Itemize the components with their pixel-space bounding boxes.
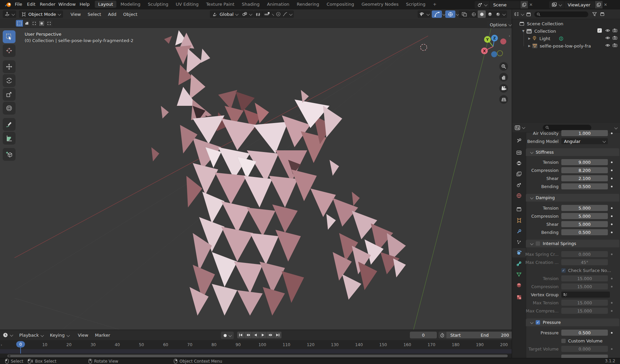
prop-max-tension[interactable]: Max Tension15.000 (526, 299, 620, 306)
menu-view[interactable]: View (67, 12, 84, 17)
internal-springs-checkbox[interactable] (536, 241, 540, 246)
prop-vertex-group[interactable]: Vertex Group (526, 291, 620, 298)
tab-render-properties[interactable] (512, 148, 526, 157)
prop-stiffness-compression[interactable]: Compression8.200 (526, 167, 620, 174)
jump-to-start-button[interactable] (237, 332, 245, 338)
prev-keyframe-button[interactable] (245, 332, 252, 338)
viewlayer-copy-button[interactable] (595, 1, 602, 8)
tool-annotate[interactable] (3, 118, 16, 131)
tab-view-layer-properties[interactable] (512, 169, 526, 179)
tool-add-cube[interactable] (3, 148, 16, 161)
properties-options-caret[interactable] (614, 126, 618, 129)
options-dropdown[interactable]: Options (487, 21, 512, 28)
prop-max-compression[interactable]: Max Compres...15.000 (526, 307, 620, 314)
toggle-orthographic-button[interactable] (499, 95, 508, 104)
prop-check-surface-normals[interactable]: ✓ Check Surface No... (526, 267, 620, 274)
tab-tool-properties[interactable] (512, 136, 526, 145)
proportional-editing-icon[interactable] (276, 12, 281, 17)
outliner-editor-type-button[interactable] (514, 12, 524, 17)
tool-rotate[interactable] (3, 74, 16, 87)
tab-modeling[interactable]: Modeling (117, 1, 144, 8)
tab-sculpting[interactable]: Sculpting (144, 1, 172, 8)
tab-constraint-properties[interactable] (512, 259, 526, 268)
tab-layout[interactable]: Layout (95, 1, 116, 8)
playhead-badge[interactable]: 0 (16, 341, 25, 347)
transform-orientation-dropdown[interactable]: Global (210, 10, 241, 18)
section-stiffness[interactable]: Stiffness (526, 148, 619, 156)
frame-end-field[interactable]: End200 (477, 332, 512, 338)
filter-icon[interactable] (592, 12, 597, 16)
gizmo-axis-x-neg[interactable] (500, 38, 506, 44)
disable-render-camera-icon[interactable] (613, 43, 617, 47)
playhead-line[interactable] (20, 347, 21, 354)
prop-target-volume[interactable]: Target Volume0.000 (526, 345, 620, 352)
tab-scripting[interactable]: Scripting (402, 1, 429, 8)
properties-editor-type-button[interactable] (515, 125, 525, 130)
menu-view-timeline[interactable]: View (75, 333, 92, 338)
tool-measure[interactable] (3, 132, 16, 145)
disable-render-camera-icon[interactable] (613, 36, 617, 40)
menu-marker[interactable]: Marker (92, 333, 114, 338)
pan-view-button[interactable] (499, 73, 508, 82)
custom-volume-checkbox[interactable] (561, 339, 566, 343)
tab-material-properties[interactable] (512, 280, 526, 290)
tab-scene-properties[interactable] (512, 180, 526, 189)
menu-playback[interactable]: Playback (16, 333, 47, 338)
tab-world-properties[interactable] (512, 191, 526, 200)
prop-max-creation-angle[interactable]: Max Creation ...45° (526, 259, 620, 266)
menu-keying[interactable]: Keying (47, 333, 73, 338)
next-keyframe-button[interactable] (267, 332, 274, 338)
prop-stiffness-tension[interactable]: Tension9.000 (526, 159, 620, 165)
tab-physics-properties[interactable] (512, 248, 526, 257)
scene-copy-button[interactable] (520, 1, 528, 8)
tab-object-properties[interactable] (512, 216, 526, 225)
timeline-editor-type-button[interactable] (3, 332, 12, 338)
add-workspace-button[interactable]: + (429, 1, 440, 8)
scrollbar-zoom-handle[interactable] (8, 355, 10, 357)
tab-uv-editing[interactable]: UV Editing (172, 1, 202, 8)
prop-max-spring-creation[interactable]: Max Spring Cr...0.000 (526, 251, 620, 257)
tool-cursor[interactable] (3, 44, 16, 57)
shading-wireframe-button[interactable] (470, 10, 478, 18)
play-button[interactable] (259, 332, 267, 338)
jump-to-end-button[interactable] (274, 332, 282, 338)
falloff-curve-icon[interactable] (283, 12, 287, 17)
collection-exclude-checkbox[interactable]: ✓ (597, 28, 602, 33)
tool-select-box[interactable] (3, 30, 16, 43)
tab-texture-paint[interactable]: Texture Paint (203, 1, 238, 8)
new-collection-button[interactable] (600, 12, 604, 16)
prop-internal-compression[interactable]: Compression15.000 (526, 283, 620, 290)
viewport-3d[interactable]: Object Mode View Select Add Object Globa… (0, 9, 512, 330)
prop-stiffness-bending[interactable]: Bending0.500 (526, 183, 620, 190)
viewport-canvas[interactable] (0, 28, 512, 330)
shading-material-button[interactable] (486, 10, 494, 18)
outliner-row-mesh-object[interactable]: ▶ selfie-pose-low-poly-fragme (528, 42, 591, 50)
blender-logo-icon[interactable] (5, 1, 12, 8)
tab-modifier-properties[interactable] (512, 226, 526, 236)
object-visibility-dropdown[interactable] (418, 10, 430, 18)
menu-window[interactable]: Window (55, 2, 79, 7)
section-damping[interactable]: Damping (526, 194, 619, 202)
pivot-point-dropdown[interactable] (240, 10, 254, 18)
viewlayer-remove-button[interactable]: ✕ (602, 2, 609, 7)
select-mode-intersect-button[interactable] (46, 20, 53, 27)
model-selfie-pose-fragmented[interactable] (151, 30, 406, 316)
scene-browse-button[interactable] (475, 1, 489, 8)
prop-damping-shear[interactable]: Shear5.000 (526, 221, 620, 228)
toggle-xray-button[interactable] (459, 10, 470, 18)
auto-keyframe-toggle[interactable] (221, 332, 234, 339)
tab-output-properties[interactable] (512, 158, 526, 168)
tool-transform[interactable] (3, 102, 16, 115)
menu-select[interactable]: Select (84, 12, 105, 17)
tab-geometry-nodes[interactable]: Geometry Nodes (358, 1, 402, 8)
gizmo-axis-y-neg[interactable] (497, 51, 503, 56)
gizmo-axis-z-neg[interactable] (491, 51, 497, 57)
play-reverse-button[interactable] (252, 332, 259, 338)
prop-air-viscosity[interactable]: Air Viscosity1.000 (526, 130, 620, 136)
prop-damping-compression[interactable]: Compression5.000 (526, 213, 620, 219)
tab-animation[interactable]: Animation (264, 1, 293, 8)
outliner-row-scene-collection[interactable]: Scene Collection (519, 20, 563, 27)
prop-pressure[interactable]: Pressure0.500 (526, 329, 620, 336)
hide-eye-icon[interactable] (605, 29, 610, 32)
menu-help[interactable]: Help (76, 2, 93, 7)
